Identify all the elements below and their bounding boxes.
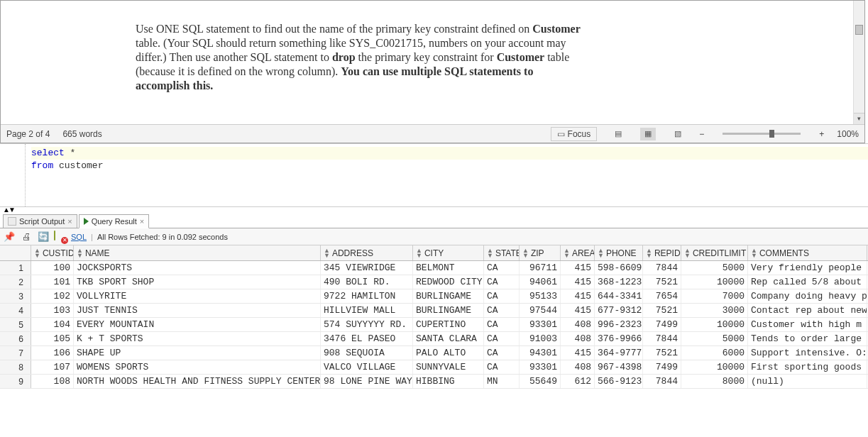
cell-repid[interactable]: 7499: [643, 318, 681, 331]
tab-query-result[interactable]: Query Result ×: [79, 214, 150, 228]
document-scrollbar[interactable]: ▾: [853, 1, 864, 124]
cell-address[interactable]: HILLVIEW MALL: [321, 304, 413, 317]
cell-state[interactable]: CA: [484, 318, 520, 331]
cell-comments[interactable]: Very friendly people: [748, 261, 867, 275]
column-header-repid[interactable]: ▲▼REPID: [643, 245, 681, 260]
cell-repid[interactable]: 7844: [643, 261, 681, 275]
cell-area[interactable]: 408: [561, 332, 595, 345]
focus-mode-button[interactable]: ▭ Focus: [551, 127, 598, 141]
cell-area[interactable]: 612: [561, 375, 595, 388]
cell-repid[interactable]: 7521: [643, 304, 681, 317]
cell-phone[interactable]: 598-6609: [595, 261, 643, 275]
word-count[interactable]: 665 words: [62, 129, 101, 139]
cell-zip[interactable]: 93301: [520, 318, 561, 331]
cell-creditlimit[interactable]: 5000: [681, 261, 748, 275]
table-row[interactable]: 4103JUST TENNISHILLVIEW MALLBURLINGAMECA…: [0, 304, 868, 318]
page-indicator[interactable]: Page 2 of 4: [6, 129, 50, 139]
cell-repid[interactable]: 7844: [643, 375, 681, 388]
column-header-name[interactable]: ▲▼NAME: [74, 245, 321, 260]
cell-creditlimit[interactable]: 7000: [681, 289, 748, 303]
print-layout-icon[interactable]: ▦: [640, 128, 656, 140]
cell-name[interactable]: SHAPE UP: [74, 346, 321, 360]
print-icon[interactable]: 🖨: [20, 231, 33, 243]
column-header-city[interactable]: ▲▼CITY: [413, 245, 484, 260]
cell-custid[interactable]: 106: [31, 346, 74, 360]
cell-city[interactable]: CUPERTINO: [413, 318, 484, 331]
table-row[interactable]: 5104EVERY MOUNTAIN574 SUYYYYY RD.CUPERTI…: [0, 318, 868, 332]
cell-comments[interactable]: Support intensive. O:: [748, 346, 867, 360]
cell-zip[interactable]: 93301: [520, 360, 561, 374]
cell-zip[interactable]: 91003: [520, 332, 561, 345]
cell-name[interactable]: EVERY MOUNTAIN: [74, 318, 321, 331]
cell-phone[interactable]: 967-4398: [595, 360, 643, 374]
cell-name[interactable]: JOCKSPORTS: [74, 261, 321, 275]
cell-area[interactable]: 415: [561, 304, 595, 317]
cell-comments[interactable]: Contact rep about new: [748, 304, 867, 317]
column-header-phone[interactable]: ▲▼PHONE: [595, 245, 643, 260]
cell-city[interactable]: SANTA CLARA: [413, 332, 484, 345]
column-header-area[interactable]: ▲▼AREA: [561, 245, 595, 260]
cell-custid[interactable]: 102: [31, 289, 74, 303]
cell-custid[interactable]: 107: [31, 360, 74, 374]
column-header-zip[interactable]: ▲▼ZIP: [520, 245, 561, 260]
cell-city[interactable]: BELMONT: [413, 261, 484, 275]
cell-area[interactable]: 408: [561, 360, 595, 374]
cell-phone[interactable]: 644-3341: [595, 289, 643, 303]
cell-creditlimit[interactable]: 5000: [681, 332, 748, 345]
zoom-slider[interactable]: [723, 133, 801, 135]
cell-phone[interactable]: 566-9123: [595, 375, 643, 388]
refresh-icon[interactable]: 🔄: [37, 231, 50, 243]
column-header-address[interactable]: ▲▼ADDRESS: [321, 245, 413, 260]
zoom-slider-knob[interactable]: [769, 130, 774, 138]
cell-state[interactable]: CA: [484, 289, 520, 303]
cell-name[interactable]: K + T SPORTS: [74, 332, 321, 345]
tab-query-result-close-icon[interactable]: ×: [140, 217, 144, 226]
cell-name[interactable]: TKB SPORT SHOP: [74, 275, 321, 289]
cell-repid[interactable]: 7499: [643, 360, 681, 374]
cell-address[interactable]: 3476 EL PASEO: [321, 332, 413, 345]
table-row[interactable]: 9108NORTH WOODS HEALTH AND FITNESS SUPPL…: [0, 375, 868, 389]
table-row[interactable]: 1100JOCKSPORTS345 VIEWRIDGEBELMONTCA9671…: [0, 261, 868, 275]
cell-state[interactable]: CA: [484, 261, 520, 275]
cell-zip[interactable]: 94061: [520, 275, 561, 289]
cell-custid[interactable]: 104: [31, 318, 74, 331]
cell-city[interactable]: REDWOOD CITY: [413, 275, 484, 289]
cell-comments[interactable]: First sporting goods: [748, 360, 867, 374]
cell-creditlimit[interactable]: 6000: [681, 346, 748, 360]
cell-address[interactable]: VALCO VILLAGE: [321, 360, 413, 374]
cell-custid[interactable]: 101: [31, 275, 74, 289]
cell-name[interactable]: WOMENS SPORTS: [74, 360, 321, 374]
cell-creditlimit[interactable]: 10000: [681, 318, 748, 331]
scrollbar-thumb[interactable]: [855, 25, 863, 35]
web-layout-icon[interactable]: ▧: [670, 128, 686, 140]
read-mode-icon[interactable]: ▤: [610, 128, 626, 140]
cell-phone[interactable]: 364-9777: [595, 346, 643, 360]
zoom-level[interactable]: 100%: [837, 129, 859, 139]
cell-zip[interactable]: 96711: [520, 261, 561, 275]
cell-custid[interactable]: 100: [31, 261, 74, 275]
cell-address[interactable]: 98 LONE PINE WAY: [321, 375, 413, 388]
cell-comments[interactable]: Rep called 5/8 about: [748, 275, 867, 289]
pane-splitter[interactable]: ▲▼: [0, 207, 868, 213]
column-header-comments[interactable]: ▲▼COMMENTS: [748, 245, 867, 260]
cell-creditlimit[interactable]: 10000: [681, 275, 748, 289]
cell-city[interactable]: PALO ALTO: [413, 346, 484, 360]
cell-creditlimit[interactable]: 8000: [681, 375, 748, 388]
table-row[interactable]: 7106SHAPE UP908 SEQUOIAPALO ALTOCA943014…: [0, 346, 868, 360]
cell-custid[interactable]: 108: [31, 375, 74, 388]
sql-link[interactable]: SQL: [71, 233, 87, 241]
cell-state[interactable]: MN: [484, 375, 520, 388]
cell-repid[interactable]: 7521: [643, 275, 681, 289]
cell-zip[interactable]: 95133: [520, 289, 561, 303]
cell-area[interactable]: 415: [561, 275, 595, 289]
cancel-query-icon[interactable]: ✕: [54, 231, 67, 243]
cell-area[interactable]: 415: [561, 261, 595, 275]
cell-address[interactable]: 9722 HAMILTON: [321, 289, 413, 303]
cell-state[interactable]: CA: [484, 304, 520, 317]
cell-name[interactable]: VOLLYRITE: [74, 289, 321, 303]
table-row[interactable]: 3102VOLLYRITE9722 HAMILTONBURLINGAMECA95…: [0, 289, 868, 304]
cell-creditlimit[interactable]: 10000: [681, 360, 748, 374]
cell-city[interactable]: SUNNYVALE: [413, 360, 484, 374]
sql-editor[interactable]: select * from customer: [0, 143, 868, 207]
cell-name[interactable]: NORTH WOODS HEALTH AND FITNESS SUPPLY CE…: [74, 375, 321, 388]
